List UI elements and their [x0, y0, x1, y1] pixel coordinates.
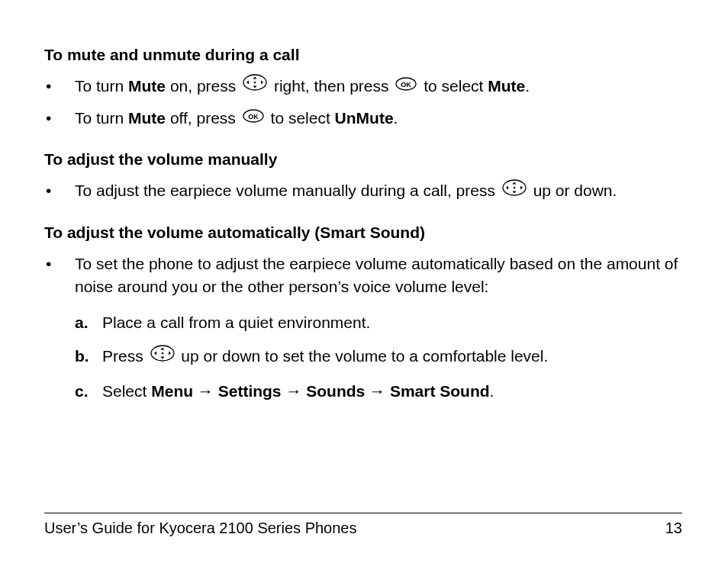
list-item: • To adjust the earpiece volume manually… — [44, 179, 682, 204]
step-body: Select Menu → Settings → Sounds → Smart … — [102, 380, 682, 403]
svg-point-15 — [514, 186, 516, 188]
bullet-marker: • — [44, 253, 75, 275]
step-item: a. Place a call from a quiet environment… — [75, 311, 682, 334]
page-footer: User’s Guide for Kyocera 2100 Series Pho… — [44, 513, 682, 537]
ok-button-icon: OK — [395, 74, 417, 97]
svg-marker-12 — [512, 191, 516, 193]
heading-manual: To adjust the volume manually — [44, 150, 682, 169]
step-item: c. Select Menu → Settings → Sounds → Sma… — [75, 380, 682, 403]
step-marker: b. — [75, 345, 102, 368]
step-item: b. Press up or down to set the volume to… — [75, 345, 682, 369]
bullet-marker: • — [44, 75, 75, 98]
step-marker: c. — [75, 380, 102, 403]
footer-title: User’s Guide for Kyocera 2100 Series Pho… — [44, 520, 356, 537]
svg-marker-13 — [506, 185, 508, 189]
nav-pad-icon — [502, 179, 527, 202]
manual-list: • To adjust the earpiece volume manually… — [44, 179, 682, 204]
step-marker: a. — [75, 311, 102, 334]
svg-marker-4 — [261, 81, 263, 85]
list-item-body: To turn Mute on, press right, then press… — [75, 75, 682, 99]
svg-point-5 — [254, 82, 256, 84]
svg-marker-19 — [154, 351, 156, 355]
auto-intro-text: To set the phone to adjust the earpiece … — [75, 255, 678, 295]
steps-list: a. Place a call from a quiet environment… — [75, 311, 682, 404]
svg-text:OK: OK — [248, 112, 259, 120]
svg-marker-14 — [520, 185, 523, 189]
svg-marker-11 — [512, 182, 516, 184]
list-item: • To set the phone to adjust the earpiec… — [44, 253, 682, 413]
heading-mute: To mute and unmute during a call — [44, 46, 682, 64]
svg-text:OK: OK — [401, 81, 412, 88]
svg-marker-17 — [160, 347, 164, 349]
list-item: • To turn Mute off, press OK to select U… — [44, 107, 682, 131]
document-page: To mute and unmute during a call • To tu… — [0, 0, 728, 563]
auto-list: • To set the phone to adjust the earpiec… — [44, 253, 682, 413]
step-body: Place a call from a quiet environment. — [102, 311, 682, 334]
bullet-marker: • — [44, 107, 75, 130]
mute-list: • To turn Mute on, press right, then pre… — [44, 75, 682, 130]
ok-button-icon: OK — [243, 106, 264, 129]
svg-marker-1 — [253, 77, 257, 79]
list-item-body: To turn Mute off, press OK to select UnM… — [75, 107, 682, 131]
list-item-body: To set the phone to adjust the earpiece … — [75, 253, 682, 413]
list-item: • To turn Mute on, press right, then pre… — [44, 75, 682, 99]
svg-marker-18 — [160, 356, 164, 359]
heading-auto: To adjust the volume automatically (Smar… — [44, 224, 682, 242]
nav-pad-icon — [243, 74, 267, 97]
footer-page-number: 13 — [665, 520, 682, 537]
svg-marker-20 — [169, 351, 171, 355]
step-body: Press up or down to set the volume to a … — [102, 345, 682, 369]
bullet-marker: • — [44, 179, 75, 202]
svg-point-21 — [161, 352, 163, 354]
svg-marker-2 — [253, 86, 257, 88]
nav-pad-icon — [150, 345, 175, 368]
svg-marker-3 — [246, 81, 249, 85]
list-item-body: To adjust the earpiece volume manually d… — [75, 179, 682, 204]
